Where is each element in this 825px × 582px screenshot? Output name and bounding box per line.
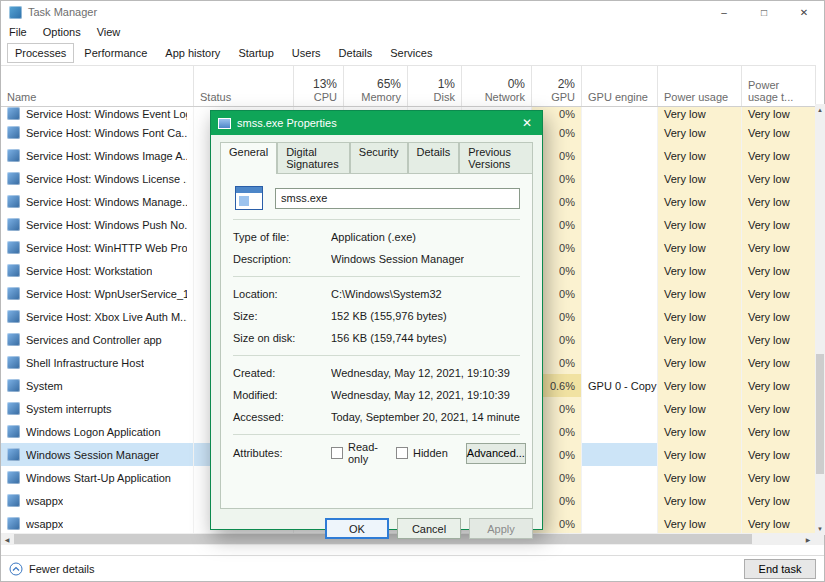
tab-app-history[interactable]: App history bbox=[157, 43, 228, 63]
menu-view[interactable]: View bbox=[97, 26, 121, 38]
dialog-buttons: OK Cancel Apply bbox=[211, 509, 542, 539]
read-only-checkbox[interactable] bbox=[331, 447, 343, 459]
process-name: Service Host: Xbox Live Auth M... bbox=[26, 311, 187, 323]
process-icon bbox=[7, 494, 20, 507]
dialog-tab-digital-signatures[interactable]: Digital Signatures bbox=[277, 142, 350, 173]
tab-startup[interactable]: Startup bbox=[230, 43, 281, 63]
menu-options[interactable]: Options bbox=[43, 26, 81, 38]
gpu-engine-cell bbox=[582, 167, 658, 190]
power-usage-cell: Very low bbox=[658, 489, 742, 512]
vertical-scrollbar-thumb[interactable] bbox=[816, 354, 824, 474]
scroll-down-arrow-icon[interactable]: ▼ bbox=[815, 523, 825, 535]
process-name: Service Host: Windows License ... bbox=[26, 173, 187, 185]
attributes-label: Attributes: bbox=[233, 447, 331, 459]
power-usage-trend-cell: Very low bbox=[742, 144, 816, 167]
menu-file[interactable]: File bbox=[9, 26, 27, 38]
scroll-right-arrow-icon[interactable]: ▶ bbox=[802, 533, 814, 545]
process-name-cell: Service Host: Windows License ... bbox=[1, 167, 194, 190]
tab-users[interactable]: Users bbox=[284, 43, 329, 63]
scroll-up-arrow-icon[interactable]: ▲ bbox=[815, 104, 825, 116]
vertical-scrollbar[interactable]: ▲ ▼ bbox=[815, 104, 825, 535]
process-name: Windows Session Manager bbox=[26, 449, 159, 461]
power-usage-cell: Very low bbox=[658, 121, 742, 144]
separator bbox=[233, 434, 520, 435]
column-header-memory[interactable]: 65%Memory bbox=[344, 66, 408, 106]
power-usage-cell: Very low bbox=[658, 144, 742, 167]
footer-spacer bbox=[1, 545, 824, 555]
end-task-button[interactable]: End task bbox=[744, 559, 816, 579]
column-header-gpu-engine[interactable]: GPU engine bbox=[582, 66, 658, 106]
scroll-left-arrow-icon[interactable]: ◀ bbox=[1, 533, 13, 545]
power-usage-trend-cell: Very low bbox=[742, 420, 816, 443]
application-file-icon bbox=[235, 186, 263, 210]
gpu-engine-cell bbox=[582, 489, 658, 512]
power-usage-trend-cell: Very low bbox=[742, 466, 816, 489]
attributes-row: Attributes: Read-only Hidden Advanced... bbox=[233, 441, 520, 465]
maximize-button[interactable]: □ bbox=[744, 1, 784, 23]
apply-button[interactable]: Apply bbox=[469, 518, 533, 539]
column-header-cpu[interactable]: 13%CPU bbox=[294, 66, 344, 106]
tab-performance[interactable]: Performance bbox=[76, 43, 155, 63]
column-header-status[interactable]: Status bbox=[194, 66, 294, 106]
process-name-cell: System interrupts bbox=[1, 397, 194, 420]
dialog-close-button[interactable]: ✕ bbox=[512, 111, 542, 135]
process-name: wsappx bbox=[26, 495, 63, 507]
close-button[interactable]: ✕ bbox=[784, 1, 824, 23]
power-usage-cell: Very low bbox=[658, 351, 742, 374]
dialog-field-row: Accessed:Today, September 20, 2021, 14 m… bbox=[233, 406, 520, 428]
dialog-tab-security[interactable]: Security bbox=[350, 142, 408, 173]
power-usage-cell: Very low bbox=[658, 512, 742, 533]
power-usage-cell: Very low bbox=[658, 282, 742, 305]
column-header-power-usage-trend[interactable]: Power usage t... bbox=[742, 66, 816, 106]
power-usage-trend-cell: Very low bbox=[742, 121, 816, 144]
column-header-network[interactable]: 0%Network bbox=[462, 66, 532, 106]
process-name: Service Host: WinHTTP Web Pro... bbox=[26, 242, 187, 254]
ok-button[interactable]: OK bbox=[325, 518, 389, 539]
column-header-gpu[interactable]: 2%GPU bbox=[532, 66, 582, 106]
title-bar: Task Manager – □ ✕ bbox=[1, 1, 824, 23]
hidden-checkbox[interactable] bbox=[396, 447, 408, 459]
separator bbox=[233, 276, 520, 277]
field-value: Windows Session Manager bbox=[331, 253, 464, 265]
field-value: Application (.exe) bbox=[331, 231, 416, 243]
dialog-tab-general[interactable]: General bbox=[220, 142, 277, 174]
dialog-fields: Type of file:Application (.exe)Descripti… bbox=[233, 226, 520, 435]
cancel-button[interactable]: Cancel bbox=[397, 518, 461, 539]
gpu-engine-cell bbox=[582, 259, 658, 282]
dialog-app-icon bbox=[218, 118, 231, 129]
tab-details[interactable]: Details bbox=[331, 43, 381, 63]
process-name: Service Host: Windows Font Ca... bbox=[26, 127, 187, 139]
fewer-details-label: Fewer details bbox=[29, 563, 94, 575]
process-icon bbox=[7, 195, 20, 208]
column-header-disk[interactable]: 1%Disk bbox=[408, 66, 462, 106]
read-only-checkbox-group[interactable]: Read-only bbox=[331, 441, 378, 465]
column-header-name[interactable]: Name bbox=[1, 66, 194, 106]
hidden-checkbox-group[interactable]: Hidden bbox=[396, 447, 448, 459]
process-name: Services and Controller app bbox=[26, 334, 162, 346]
power-usage-trend-cell: Very low bbox=[742, 489, 816, 512]
tab-processes[interactable]: Processes bbox=[7, 43, 74, 63]
gpu-engine-cell bbox=[582, 420, 658, 443]
dialog-field-row: Modified:Wednesday, May 12, 2021, 19:10:… bbox=[233, 384, 520, 406]
power-usage-cell: Very low bbox=[658, 374, 742, 397]
advanced-button[interactable]: Advanced... bbox=[466, 443, 526, 464]
power-usage-cell: Very low bbox=[658, 466, 742, 489]
dialog-tab-previous-versions[interactable]: Previous Versions bbox=[459, 142, 533, 173]
minimize-button[interactable]: – bbox=[704, 1, 744, 23]
dialog-tab-details[interactable]: Details bbox=[408, 142, 460, 173]
column-header-power-usage[interactable]: Power usage bbox=[658, 66, 742, 106]
fewer-details-button[interactable]: Fewer details bbox=[9, 562, 94, 576]
filename-input[interactable] bbox=[275, 188, 520, 209]
process-icon bbox=[7, 241, 20, 254]
power-usage-trend-cell: Very low bbox=[742, 305, 816, 328]
process-name-cell: Service Host: Windows Image A... bbox=[1, 144, 194, 167]
process-icon bbox=[7, 172, 20, 185]
power-usage-cell: Very low bbox=[658, 397, 742, 420]
file-name-row bbox=[235, 186, 520, 210]
process-icon bbox=[7, 126, 20, 139]
process-icon bbox=[7, 425, 20, 438]
gpu-engine-cell bbox=[582, 443, 658, 466]
tab-services[interactable]: Services bbox=[382, 43, 440, 63]
process-icon bbox=[7, 517, 20, 530]
power-usage-trend-cell: Very low bbox=[742, 236, 816, 259]
